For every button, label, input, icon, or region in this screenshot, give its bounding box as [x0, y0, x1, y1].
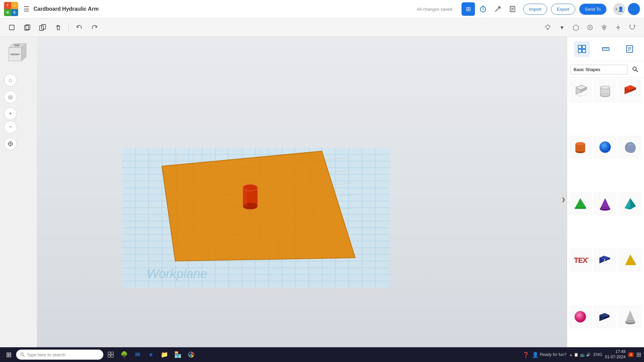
- shape-pyramid-yellow[interactable]: [619, 248, 642, 272]
- duplicate-btn[interactable]: [36, 21, 49, 34]
- svg-rect-154: [108, 355, 110, 357]
- app-tree[interactable]: 🌳: [118, 349, 130, 361]
- app-chrome[interactable]: [185, 349, 197, 361]
- circle-btn[interactable]: [584, 21, 596, 34]
- svg-rect-153: [111, 352, 113, 354]
- svg-point-10: [546, 25, 549, 28]
- list-icon[interactable]: ☰: [23, 5, 30, 13]
- copy-workplane-btn[interactable]: [21, 21, 34, 34]
- lang-label: ENG: [593, 352, 602, 357]
- app-edge[interactable]: e: [145, 349, 157, 361]
- svg-text:TOP: TOP: [14, 44, 20, 47]
- shape-cylinder-orange[interactable]: [569, 135, 592, 159]
- redo-btn[interactable]: [88, 21, 101, 34]
- taskbar-right: ❓ 👤 Ready for fun? ▲ 📋 📺 🔊 ENG 17:48 01-…: [523, 349, 641, 360]
- view-cube[interactable]: TOP FRONT: [4, 41, 30, 67]
- search-bar[interactable]: Type here to search: [16, 350, 103, 360]
- notes-panel-btn[interactable]: [622, 41, 638, 57]
- start-btn[interactable]: ⊞: [3, 349, 15, 361]
- mirror-btn[interactable]: [612, 21, 625, 34]
- timer-btn[interactable]: [476, 2, 490, 16]
- shapes-grid-btn[interactable]: [574, 41, 590, 57]
- task-view-btn[interactable]: [105, 349, 117, 361]
- svg-point-127: [599, 141, 611, 153]
- taskbar: ⊞ Type here to search 🌳 ✉ e 📁 🏪 ❓ 👤 Read…: [0, 347, 644, 362]
- target-btn[interactable]: ◎: [4, 90, 17, 103]
- sys-icons: ▲ 📋 📺 🔊: [569, 353, 591, 357]
- shape-cone-purple[interactable]: [593, 192, 617, 216]
- clock-date: 01-07-2024: [605, 355, 625, 360]
- grid-view-btn[interactable]: ⊞: [462, 2, 475, 16]
- right-panel-icons: [567, 37, 644, 61]
- shapes-category-select[interactable]: Basic Shapes Featured Text & Numbers Con…: [571, 65, 628, 74]
- svg-marker-11: [573, 25, 579, 31]
- left-panel: TOP FRONT ⌂ ◎ + −: [0, 37, 37, 362]
- svg-text:TEXT: TEXT: [574, 256, 589, 264]
- build-btn[interactable]: [491, 2, 504, 16]
- import-button[interactable]: Import: [523, 4, 547, 15]
- magnet-btn[interactable]: [626, 21, 639, 34]
- taskbar-apps-btn[interactable]: ⊞: [636, 351, 641, 358]
- shape-sphere-blue[interactable]: [593, 135, 617, 159]
- new-btn[interactable]: [5, 21, 18, 34]
- undo-btn[interactable]: [73, 21, 86, 34]
- top-bar: T I N K ☰ Cardboard Hydraulic Arm All ch…: [0, 0, 644, 18]
- shape-box-wireframe[interactable]: [569, 79, 592, 103]
- collapse-panel-btn[interactable]: ❯: [560, 193, 567, 206]
- notification-badge[interactable]: 4: [628, 352, 634, 357]
- shape-cylinder-wireframe[interactable]: [593, 79, 617, 103]
- shapes-grid: TEXT: [567, 78, 644, 362]
- logo-k: K: [11, 9, 18, 16]
- right-panel: Basic Shapes Featured Text & Numbers Con…: [567, 37, 644, 362]
- app-files[interactable]: 📁: [158, 349, 170, 361]
- logo-i: I: [11, 2, 18, 9]
- shape-cone-grey[interactable]: [619, 305, 642, 328]
- user-avatar[interactable]: 👤: [628, 3, 640, 15]
- app-store[interactable]: 🏪: [172, 349, 184, 361]
- add-user-icon[interactable]: +👤: [613, 3, 625, 15]
- svg-text:FRONT: FRONT: [10, 53, 20, 56]
- light-dropdown-btn[interactable]: ▾: [555, 21, 568, 34]
- home-btn[interactable]: ⌂: [4, 74, 17, 86]
- svg-marker-130: [575, 207, 586, 209]
- align-btn[interactable]: [598, 21, 610, 34]
- user-status-label: Ready for fun?: [540, 352, 567, 357]
- ruler-btn[interactable]: [598, 41, 614, 57]
- shapes-search-btn[interactable]: [630, 64, 641, 75]
- svg-line-110: [576, 94, 581, 97]
- svg-rect-94: [578, 49, 582, 53]
- svg-point-150: [21, 353, 23, 356]
- viewport[interactable]: Workplane Settings Snap Grid 1.0 mm ▲ ❯: [37, 37, 567, 362]
- toolbar: ▾: [0, 18, 644, 37]
- topbar-icon-group: ⊞: [462, 2, 519, 16]
- svg-rect-5: [9, 25, 14, 30]
- svg-rect-155: [111, 355, 113, 357]
- polygon-btn[interactable]: [570, 21, 582, 34]
- shape-prism-teal[interactable]: [619, 192, 642, 216]
- project-title[interactable]: Cardboard Hydraulic Arm: [34, 6, 413, 12]
- user-status: 👤 Ready for fun?: [532, 352, 567, 358]
- zoom-out-btn[interactable]: −: [4, 121, 17, 133]
- user-area: +👤 👤: [613, 3, 640, 15]
- shape-pyramid-green[interactable]: [569, 192, 592, 216]
- notes-btn[interactable]: [506, 2, 519, 16]
- zoom-in-btn[interactable]: +: [4, 107, 17, 120]
- shape-text-red[interactable]: TEXT: [569, 248, 592, 272]
- app-mail[interactable]: ✉: [131, 349, 144, 361]
- export-button[interactable]: Export: [551, 4, 575, 15]
- svg-rect-90: [243, 188, 247, 206]
- clock-time: 17:48: [605, 349, 625, 355]
- svg-point-157: [190, 354, 192, 356]
- help-btn[interactable]: ❓: [523, 352, 529, 358]
- light-btn[interactable]: [541, 21, 554, 34]
- shape-irregular[interactable]: [619, 135, 642, 159]
- tinkercad-logo[interactable]: T I N K: [4, 2, 18, 16]
- sendto-button[interactable]: Send To: [579, 4, 606, 15]
- shape-box-blue[interactable]: [593, 248, 617, 272]
- delete-btn[interactable]: [52, 21, 64, 34]
- shape-box-red[interactable]: [619, 79, 642, 103]
- shape-box-navy[interactable]: [593, 305, 617, 328]
- shape-sphere-pink[interactable]: [569, 305, 592, 328]
- toolbar-separator: [68, 23, 69, 32]
- fit-btn[interactable]: [4, 137, 17, 150]
